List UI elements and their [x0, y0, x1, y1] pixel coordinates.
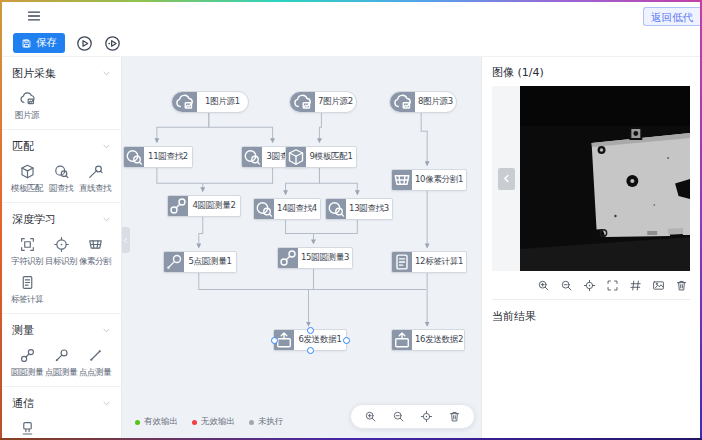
- legend-label: 有效输出: [144, 416, 178, 428]
- locate-icon[interactable]: [583, 279, 596, 292]
- flow-node-label: 5点圆测量1: [184, 252, 236, 272]
- sidebar-section-header-1[interactable]: 匹配: [10, 135, 113, 157]
- flow-node-label: 12标签计算1: [412, 252, 466, 272]
- cloud-image-icon: [290, 92, 315, 112]
- flow-node[interactable]: 9模板匹配1: [285, 146, 357, 168]
- doc-icon: [392, 252, 412, 272]
- grid-icon[interactable]: [629, 279, 642, 292]
- run-flow-button[interactable]: [76, 35, 93, 52]
- node-connection-handle[interactable]: [307, 327, 314, 334]
- sidebar-section: 通信: [2, 387, 121, 438]
- save-button[interactable]: 保存: [13, 33, 65, 53]
- sidebar-tool-3-1[interactable]: 点圆测量: [44, 347, 78, 379]
- cloud-image-icon: [19, 90, 36, 107]
- cube-icon: [286, 147, 306, 167]
- node-connection-handle[interactable]: [271, 337, 278, 344]
- flow-node[interactable]: 4圆圆测量2: [167, 195, 241, 217]
- sidebar-tool-label: 圆圆测量: [11, 367, 43, 379]
- measure-pp-icon: [87, 347, 104, 364]
- sidebar-tool-4-0[interactable]: [10, 420, 44, 437]
- flow-node[interactable]: 5点圆测量1: [163, 251, 237, 273]
- sidebar-section-title: 通信: [12, 396, 34, 411]
- flow-node[interactable]: 13圆查找3: [325, 198, 393, 220]
- previous-image-button[interactable]: [498, 168, 515, 190]
- sidebar-tool-label: 点圆测量: [45, 367, 77, 379]
- comm-icon: [19, 420, 36, 437]
- segment-icon: [87, 236, 104, 253]
- flow-node[interactable]: 14圆查找4: [253, 198, 321, 220]
- send-icon: [392, 330, 412, 350]
- flow-node-label: 10像素分割1: [412, 170, 466, 190]
- flow-node[interactable]: 10像素分割1: [391, 169, 467, 191]
- legend-dot: [249, 420, 254, 425]
- step-run-button[interactable]: [104, 35, 121, 52]
- flow-node[interactable]: 12标签计算1: [391, 251, 467, 273]
- back-to-lowcode-button[interactable]: 返回低代: [643, 7, 700, 26]
- sidebar-section-items: 圆圆测量点圆测量点点测量: [10, 341, 113, 379]
- menu-icon[interactable]: [26, 8, 42, 24]
- flow-node-label: 15圆圆测量3: [298, 248, 352, 268]
- image-viewer: [492, 86, 690, 271]
- flow-node-label: 13圆查找3: [346, 199, 392, 219]
- sidebar-section-header-2[interactable]: 深度学习: [10, 208, 113, 230]
- sidebar-tool-label: 直线查找: [79, 183, 111, 195]
- flow-node[interactable]: 7图片源2: [289, 91, 357, 113]
- sidebar-section: 匹配模板匹配圆查找直线查找: [2, 130, 121, 203]
- fit-image-icon[interactable]: [652, 279, 665, 292]
- capture-border-left: [0, 0, 2, 440]
- sidebar-tool-label: 标签计算: [11, 294, 43, 306]
- sidebar-tool-2-1[interactable]: 目标识别: [44, 236, 78, 268]
- locate-icon[interactable]: [420, 410, 433, 423]
- trash-icon[interactable]: [675, 279, 688, 292]
- sidebar-tool-2-0[interactable]: 字符识别: [10, 236, 44, 268]
- zoom-out-icon[interactable]: [392, 410, 405, 423]
- sidebar-tool-1-2[interactable]: 直线查找: [78, 163, 112, 195]
- tool-sidebar: 图片采集图片源匹配模板匹配圆查找直线查找深度学习字符识别目标识别像素分割标签计算…: [2, 57, 122, 438]
- sidebar-section-header-0[interactable]: 图片采集: [10, 62, 113, 84]
- legend-item: 无效输出: [192, 416, 235, 428]
- zoom-in-icon[interactable]: [537, 279, 550, 292]
- sidebar-tool-label: 点点测量: [79, 367, 111, 379]
- sidebar-collapse-handle[interactable]: [122, 227, 130, 253]
- sidebar-section-header-3[interactable]: 测量: [10, 319, 113, 341]
- node-connection-handle[interactable]: [307, 347, 314, 354]
- status-legend: 有效输出无效输出未执行: [135, 416, 284, 428]
- sidebar-tool-1-0[interactable]: 模板匹配: [10, 163, 44, 195]
- chevron-down-icon: [102, 326, 111, 335]
- sidebar-tool-0-0[interactable]: 图片源: [10, 90, 44, 122]
- flow-node-label: 11圆查找2: [144, 147, 192, 167]
- sidebar-tool-label: 图片源: [15, 110, 39, 122]
- save-icon: [21, 38, 32, 49]
- sidebar-tool-1-1[interactable]: 圆查找: [44, 163, 78, 195]
- sidebar-tool-2-3[interactable]: 标签计算: [10, 274, 44, 306]
- legend-label: 未执行: [258, 416, 284, 428]
- capture-border-top: [0, 0, 702, 2]
- node-connection-handle[interactable]: [343, 337, 350, 344]
- flow-node[interactable]: 1图片源1: [171, 91, 249, 113]
- flow-node[interactable]: 8图片源3: [389, 91, 457, 113]
- legend-dot: [135, 420, 140, 425]
- cube-icon: [19, 163, 36, 180]
- sidebar-tool-2-2[interactable]: 像素分割: [78, 236, 112, 268]
- trash-icon[interactable]: [448, 410, 461, 423]
- zoom-in-icon[interactable]: [364, 410, 377, 423]
- flow-node-label: 4圆圆测量2: [188, 196, 240, 216]
- sidebar-section-header-4[interactable]: 通信: [10, 392, 113, 414]
- sidebar-tool-3-0[interactable]: 圆圆测量: [10, 347, 44, 379]
- flow-canvas[interactable]: 有效输出无效输出未执行 1图片源17图片源28图片源311圆查找23圆查找19模…: [122, 57, 481, 438]
- flow-node[interactable]: 6发送数据1: [273, 329, 347, 351]
- circle-search-icon: [326, 199, 346, 219]
- sidebar-tool-label: 圆查找: [49, 183, 73, 195]
- sidebar-tool-3-2[interactable]: 点点测量: [78, 347, 112, 379]
- flow-node-label: 16发送数据2: [412, 330, 466, 350]
- flow-node-label: 9模板匹配1: [306, 147, 356, 167]
- chevron-down-icon: [102, 215, 111, 224]
- flow-node[interactable]: 16发送数据2: [391, 329, 465, 351]
- fullscreen-icon[interactable]: [606, 279, 619, 292]
- zoom-out-icon[interactable]: [560, 279, 573, 292]
- flow-node[interactable]: 11圆查找2: [123, 146, 193, 168]
- circle-search-icon: [124, 147, 144, 167]
- sidebar-section: 图片采集图片源: [2, 57, 121, 130]
- sidebar-tool-label: 字符识别: [11, 256, 43, 268]
- flow-node[interactable]: 15圆圆测量3: [277, 247, 353, 269]
